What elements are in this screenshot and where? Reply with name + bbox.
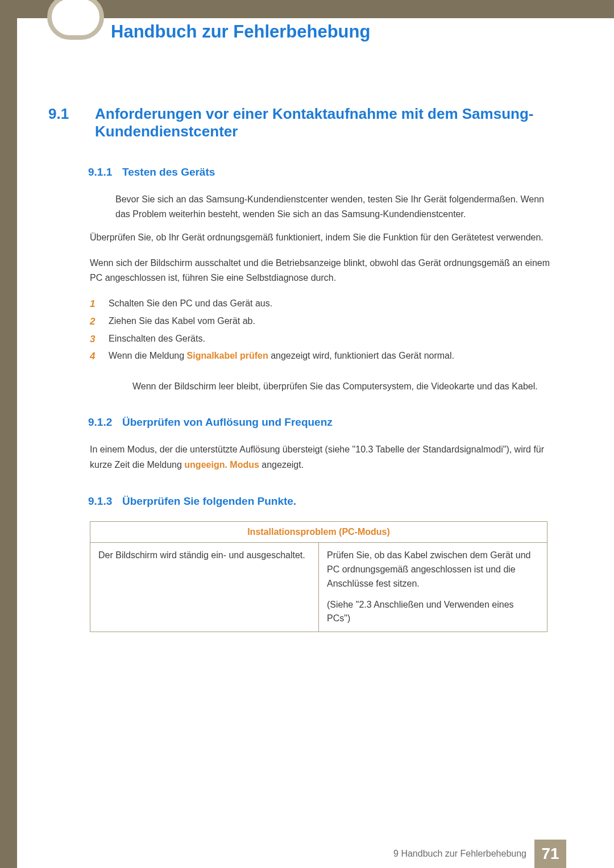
step-item: 3 Einschalten des Geräts. (90, 331, 551, 348)
step-text: Schalten Sie den PC und das Gerät aus. (109, 296, 551, 313)
subsection-number: 9.1.2 (88, 416, 122, 429)
intro-text: Bevor Sie sich an das Samsung-Kundendien… (115, 192, 551, 221)
table-header-row: Installationsproblem (PC-Modus) (90, 522, 547, 543)
top-bar (17, 0, 614, 18)
table-cell-solution: Prüfen Sie, ob das Kabel zwischen dem Ge… (319, 543, 547, 632)
content-area: 9.1 Anforderungen vor einer Kontaktaufna… (48, 105, 551, 632)
step-number: 1 (90, 296, 109, 313)
para-after: angezeigt. (259, 460, 304, 470)
page-footer: 9 Handbuch zur Fehlerbehebung 71 (17, 840, 614, 868)
para-before: In einem Modus, der die unterstützte Auf… (90, 445, 544, 469)
solution-reference: (Siehe "2.3 Anschließen und Verwenden ei… (327, 598, 539, 626)
section-heading: 9.1 Anforderungen vor einer Kontaktaufna… (48, 105, 551, 140)
paragraph: Überprüfen Sie, ob Ihr Gerät ordnungsgem… (90, 230, 551, 245)
step-number: 3 (90, 331, 109, 348)
step-text: Ziehen Sie das Kabel vom Gerät ab. (109, 313, 551, 331)
step-item: 2 Ziehen Sie das Kabel vom Gerät ab. (90, 313, 551, 331)
table-cell-problem: Der Bildschirm wird ständig ein- und aus… (90, 543, 319, 632)
left-stripe (0, 0, 17, 868)
subsection-title: Überprüfen Sie folgenden Punkte. (122, 495, 296, 507)
chapter-badge (47, 0, 104, 40)
table-row: Der Bildschirm wird ständig ein- und aus… (90, 543, 547, 632)
subsection-heading-1: 9.1.1Testen des Geräts (88, 166, 551, 178)
note-text: Wenn der Bildschirm leer bleibt, überprü… (132, 379, 551, 394)
step-text-after: angezeigt wird, funktioniert das Gerät n… (268, 351, 454, 360)
table-header: Installationsproblem (PC-Modus) (90, 522, 547, 543)
step-item: 4 Wenn die Meldung Signalkabel prüfen an… (90, 348, 551, 366)
footer-page-number: 71 (534, 840, 566, 868)
step-text-before: Wenn die Meldung (109, 351, 187, 360)
subsection-title: Überprüfen von Auflösung und Frequenz (122, 416, 333, 428)
page-title: Handbuch zur Fehlerbehebung (111, 22, 370, 42)
footer-chapter-label: 9 Handbuch zur Fehlerbehebung (393, 849, 526, 859)
subsection-number: 9.1.1 (88, 166, 122, 178)
highlighted-term: Signalkabel prüfen (187, 351, 268, 360)
subsection-heading-3: 9.1.3Überprüfen Sie folgenden Punkte. (88, 495, 551, 508)
paragraph: In einem Modus, der die unterstützte Auf… (90, 442, 551, 472)
section-number: 9.1 (48, 105, 95, 140)
subsection-heading-2: 9.1.2Überprüfen von Auflösung und Freque… (88, 416, 551, 429)
solution-text: Prüfen Sie, ob das Kabel zwischen dem Ge… (327, 549, 539, 591)
step-number: 2 (90, 313, 109, 331)
step-number: 4 (90, 348, 109, 366)
step-text: Einschalten des Geräts. (109, 331, 551, 348)
paragraph: Wenn sich der Bildschirm ausschaltet und… (90, 256, 551, 286)
troubleshoot-table: Installationsproblem (PC-Modus) Der Bild… (90, 521, 547, 632)
section-title: Anforderungen vor einer Kontaktaufnahme … (95, 105, 551, 140)
step-text: Wenn die Meldung Signalkabel prüfen ange… (109, 348, 551, 366)
step-item: 1 Schalten Sie den PC und das Gerät aus. (90, 296, 551, 313)
subsection-number: 9.1.3 (88, 495, 122, 508)
highlighted-term: ungeeign. Modus (184, 460, 259, 470)
subsection-title: Testen des Geräts (122, 166, 215, 178)
